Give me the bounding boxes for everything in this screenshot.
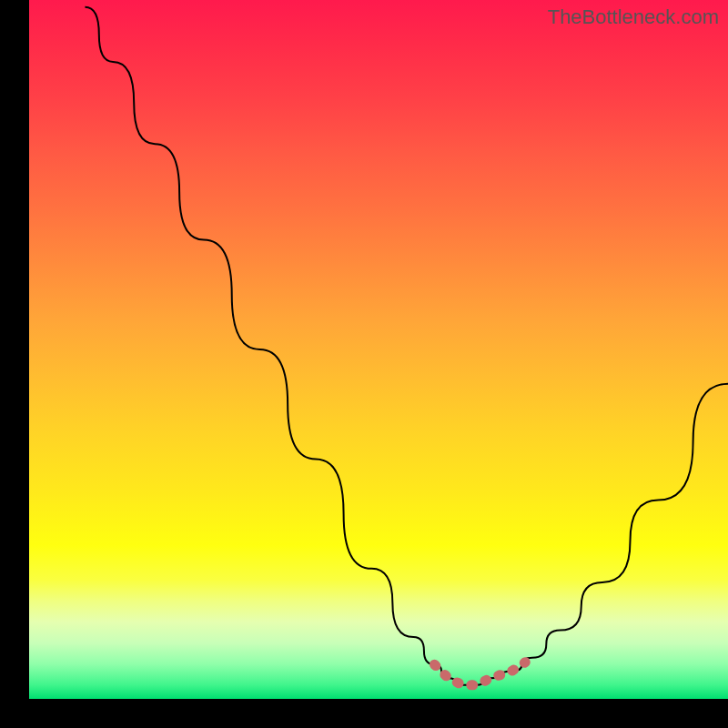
chart-plot-area [29,0,728,699]
watermark: TheBottleneck.com [548,5,719,29]
bottleneck-curve [29,0,728,699]
